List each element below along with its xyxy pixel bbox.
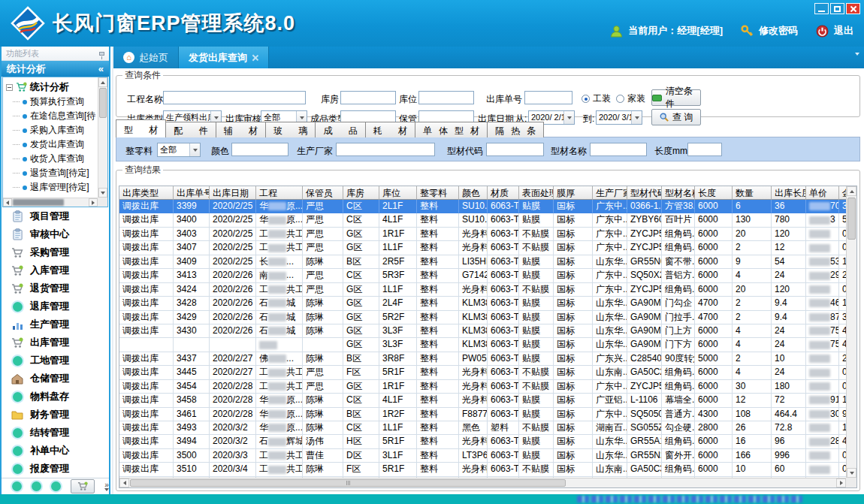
radio-workwear[interactable]: 工装 bbox=[582, 92, 611, 105]
tab-home[interactable]: ⌂ 起始页 bbox=[113, 47, 178, 68]
material-tab-配件[interactable]: 配 件 bbox=[165, 122, 216, 137]
column-header-出库长度[interactable]: 出库长度 bbox=[772, 186, 806, 200]
sidebar-item-退货管理[interactable]: 退货管理 bbox=[2, 279, 109, 297]
column-header-库房[interactable]: 库房 bbox=[343, 186, 379, 200]
profile-code-input[interactable] bbox=[486, 143, 544, 156]
table-row[interactable]: 调拨出库34002020/2/25华原...严思C区4L1F整料SU10...6… bbox=[119, 213, 846, 227]
column-header-材质[interactable]: 材质 bbox=[488, 186, 519, 200]
grid-horizontal-scrollbar[interactable] bbox=[119, 478, 846, 487]
pin-icon[interactable] bbox=[99, 52, 104, 56]
column-header-生产厂家[interactable]: 生产厂家 bbox=[593, 186, 627, 200]
sidebar-item-补单中心[interactable]: 补单中心 bbox=[2, 442, 109, 460]
sidebar-item-入库管理[interactable]: 入库管理 bbox=[2, 261, 109, 279]
column-header-库位[interactable]: 库位 bbox=[379, 186, 417, 200]
material-tab-隔热条[interactable]: 隔热条 bbox=[487, 122, 544, 137]
table-row[interactable]: 调拨出库35102020/3/4工共工程陈琳F区5R1F整料光身料6063-T5… bbox=[119, 463, 846, 476]
order-no-input[interactable] bbox=[524, 91, 572, 104]
table-row[interactable]: 调拨出库34942020/3/2石辉城汤伟H区5R1F整料光身料6063-T5贴… bbox=[119, 435, 846, 448]
table-row[interactable]: 调拨出库34582020/2/28华原...陈琳C区4L1F整料光身料6063-… bbox=[119, 394, 846, 407]
close-button[interactable] bbox=[846, 3, 860, 14]
column-header-长度[interactable]: 长度 bbox=[695, 186, 733, 200]
column-header-保管员[interactable]: 保管员 bbox=[303, 186, 343, 200]
tree-item[interactable]: 退库管理[待定] bbox=[6, 180, 98, 195]
table-row[interactable]: 调拨出库33992020/2/25华原...严思C区2L1F整料SU10...6… bbox=[119, 200, 846, 213]
column-header-整零料[interactable]: 整零料 bbox=[417, 186, 459, 200]
collapsed-module-dot-icon[interactable] bbox=[12, 481, 22, 491]
sidebar-item-工地管理[interactable]: 工地管理 bbox=[2, 352, 109, 370]
table-row[interactable]: G区3L3F整料KLM38176063-T5贴膜国标山东华...GA90M09.… bbox=[119, 338, 846, 352]
tree-item[interactable]: 在途信息查询[待 bbox=[6, 109, 98, 123]
material-tab-辅材[interactable]: 辅 材 bbox=[216, 122, 266, 137]
table-row[interactable]: 调拨出库34542020/2/28工共工程严思G区1R1F整料光身料6063-T… bbox=[119, 380, 846, 394]
sidebar-item-结转管理[interactable]: 结转管理 bbox=[2, 424, 109, 442]
sidebar-item-物料盘存[interactable]: 物料盘存 bbox=[2, 388, 109, 406]
maximize-button[interactable] bbox=[830, 3, 844, 14]
tab-close-icon[interactable] bbox=[252, 54, 258, 61]
table-row[interactable]: 调拨出库34132020/2/26南...严思C区5R3F整料G71422606… bbox=[119, 269, 846, 282]
location-input[interactable] bbox=[418, 91, 474, 104]
sidebar-item-生产管理[interactable]: 生产管理 bbox=[2, 315, 109, 333]
grid-vscroll-thumb[interactable] bbox=[847, 198, 856, 240]
tree-item[interactable]: 退货查询[待定] bbox=[6, 166, 98, 180]
whole-part-select[interactable]: 全部 bbox=[157, 143, 201, 157]
profile-name-input[interactable] bbox=[590, 143, 647, 156]
table-row[interactable]: 调拨出库34452020/2/27工共工程严思F区5R1F整料光身料6063-T… bbox=[119, 366, 846, 379]
table-row[interactable]: 调拨出库34292020/2/26石城陈琳G区5R2F整料KLM38176063… bbox=[119, 311, 846, 324]
column-header-型材代码[interactable]: 型材代码 bbox=[627, 186, 662, 200]
tree-item[interactable]: 发货出库查询 bbox=[6, 137, 98, 152]
column-header-单价[interactable]: 单价 bbox=[806, 186, 839, 200]
material-tab-型材[interactable]: 型 材 bbox=[116, 119, 166, 137]
column-header-数量[interactable]: 数量 bbox=[733, 186, 772, 200]
tree-expander-icon[interactable] bbox=[6, 84, 13, 91]
table-row[interactable]: 调拨出库34372020/2/27佛...陈琳B区3R8F整料PW056063-… bbox=[119, 352, 846, 366]
column-header-金额[interactable]: 金额 bbox=[839, 186, 846, 200]
tree-horizontal-scrollbar[interactable] bbox=[3, 198, 98, 207]
project-name-input[interactable] bbox=[163, 91, 306, 104]
warehouse-input[interactable] bbox=[340, 91, 396, 104]
sidebar-item-报废管理[interactable]: 报废管理 bbox=[2, 460, 109, 478]
collapse-icon[interactable]: « bbox=[98, 63, 104, 74]
table-row[interactable]: 调拨出库34282020/2/26石城陈琳G区2L4F整料KLM38176063… bbox=[119, 297, 846, 310]
tree-item[interactable]: 收货入库查询 bbox=[6, 152, 98, 166]
sidebar-item-项目管理[interactable]: 项目管理 bbox=[2, 207, 109, 225]
tree-item[interactable]: 采购入库查询 bbox=[6, 123, 98, 137]
grid-vertical-scrollbar[interactable] bbox=[846, 186, 856, 478]
scroll-left-icon[interactable] bbox=[3, 198, 12, 207]
table-row[interactable]: 调拨出库34092020/2/25长...陈琳B区2R5F整料LI35HD606… bbox=[119, 255, 846, 269]
logout-button[interactable]: 退出 bbox=[834, 24, 853, 38]
scroll-down-icon[interactable] bbox=[847, 468, 856, 478]
change-password-link[interactable]: 修改密码 bbox=[759, 24, 798, 38]
column-header-出库日期[interactable]: 出库日期 bbox=[210, 186, 256, 200]
clear-conditions-button[interactable]: 清空条件 bbox=[651, 89, 701, 106]
column-header-出库类型[interactable]: 出库类型 bbox=[119, 186, 174, 200]
length-input[interactable] bbox=[687, 143, 722, 156]
sidebar-item-财务管理[interactable]: 财务管理 bbox=[2, 406, 109, 424]
sidebar-item-采购管理[interactable]: 采购管理 bbox=[2, 243, 109, 261]
grid-hscroll-thumb[interactable] bbox=[130, 479, 566, 487]
sidebar-group-header[interactable]: 统计分析 « bbox=[2, 61, 109, 77]
material-tab-耗材[interactable]: 耗 材 bbox=[365, 122, 415, 137]
overflow-chevron[interactable]: » bbox=[104, 482, 109, 491]
scroll-left-icon[interactable] bbox=[119, 478, 129, 487]
column-header-表面处理[interactable]: 表面处理 bbox=[519, 186, 554, 200]
material-tab-单体型材[interactable]: 单体型材 bbox=[415, 122, 488, 137]
sidebar-item-审核中心[interactable]: 审核中心 bbox=[2, 225, 109, 243]
tree-root-statistics[interactable]: 统计分析 bbox=[6, 80, 98, 95]
manufacturer-input[interactable] bbox=[336, 143, 435, 156]
tree-item[interactable]: 预算执行查询 bbox=[6, 95, 98, 109]
sidebar-item-仓储管理[interactable]: 仓储管理 bbox=[2, 370, 109, 388]
column-header-颜色[interactable]: 颜色 bbox=[459, 186, 488, 200]
table-row[interactable]: 调拨出库35002020/3/3工共工程曹佳D区3L1F整料LT3P606063… bbox=[119, 449, 846, 463]
collapsed-module-dot-icon[interactable] bbox=[32, 481, 41, 491]
column-header-工程[interactable]: 工程 bbox=[256, 186, 303, 200]
radio-home-decoration[interactable]: 家装 bbox=[616, 92, 645, 105]
collapsed-module-dot-icon[interactable] bbox=[51, 481, 61, 491]
table-row[interactable]: 调拨出库34072020/2/25工共工程严思G区1L1F整料光身料6063-T… bbox=[119, 241, 846, 255]
scroll-up-icon[interactable] bbox=[98, 77, 107, 87]
module-cart-button[interactable] bbox=[71, 479, 95, 493]
table-row[interactable]: 调拨出库34932020/3/2华原...陈琳C区1L1F整料黑色塑料不贴膜国标… bbox=[119, 421, 846, 435]
sidebar-item-退库管理[interactable]: 退库管理 bbox=[2, 297, 109, 315]
color-input[interactable] bbox=[231, 143, 289, 156]
column-header-型材名称[interactable]: 型材名称 bbox=[662, 186, 695, 200]
sidebar-item-出库管理[interactable]: 出库管理 bbox=[2, 333, 109, 352]
